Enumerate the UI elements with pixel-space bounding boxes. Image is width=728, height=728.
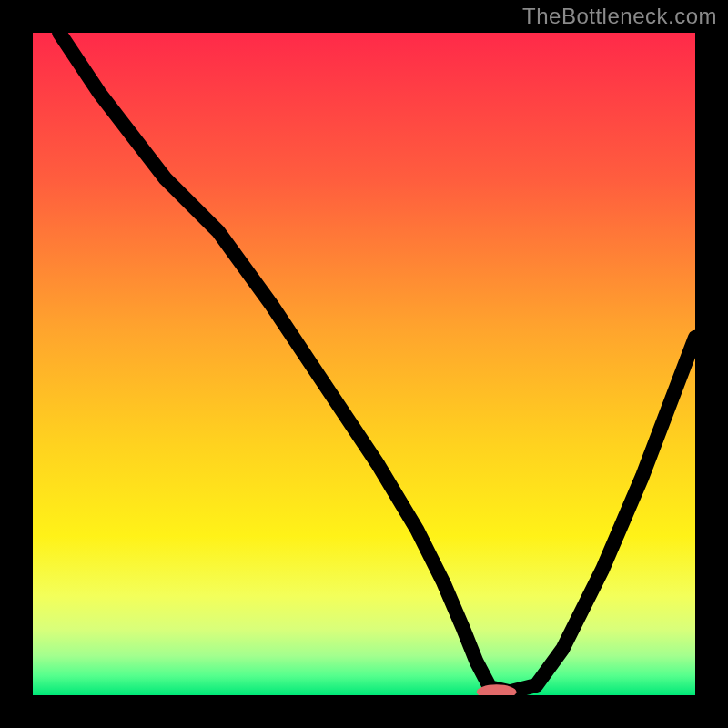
chart-frame: TheBottleneck.com (0, 0, 728, 728)
chart-plot (33, 33, 695, 695)
watermark-label: TheBottleneck.com (522, 4, 717, 29)
